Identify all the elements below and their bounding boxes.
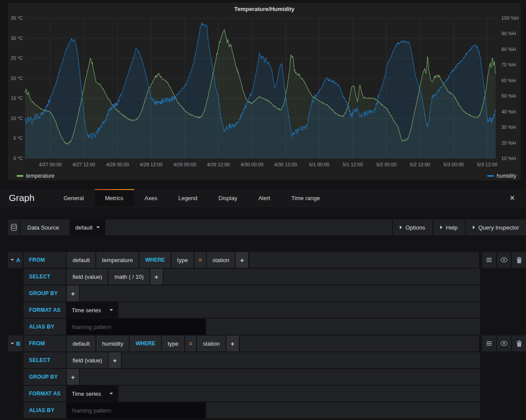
- svg-text:30 °C: 30 °C: [11, 36, 23, 41]
- query-block-b: B FROM default humidity WHERE type = sta…: [8, 336, 526, 418]
- format-as-label: FORMAT AS: [24, 386, 66, 402]
- from-measurement[interactable]: temperature: [96, 252, 139, 268]
- help-button[interactable]: Help: [433, 219, 465, 235]
- datasource-row-filler: [106, 219, 392, 235]
- tab-time-range[interactable]: Time range: [281, 189, 330, 207]
- timeseries-chart[interactable]: 0 °C5 °C10 °C15 °C20 °C25 °C30 °C35 °C10…: [8, 3, 521, 180]
- svg-text:20 %H: 20 %H: [501, 140, 516, 146]
- svg-text:50 %H: 50 %H: [501, 93, 516, 99]
- where-keyword[interactable]: WHERE: [139, 252, 171, 268]
- svg-text:4/27 12:00: 4/27 12:00: [73, 162, 95, 167]
- query-menu-button[interactable]: [482, 336, 496, 351]
- query-b-from-row: B FROM default humidity WHERE type = sta…: [8, 336, 526, 351]
- legend-item-humidity[interactable]: humidity: [487, 173, 516, 179]
- datasource-label: Data Source: [20, 219, 69, 235]
- tab-general[interactable]: General: [53, 189, 94, 207]
- query-block-a: A FROM default temperature WHERE type = …: [8, 252, 526, 335]
- row-filler: [206, 402, 480, 418]
- panel-type-title: Graph: [0, 189, 53, 207]
- query-a-collapse-toggle[interactable]: A: [8, 252, 23, 268]
- alias-input[interactable]: [67, 402, 205, 418]
- add-condition-button[interactable]: +: [236, 252, 248, 268]
- svg-text:70 %H: 70 %H: [501, 62, 516, 67]
- svg-text:4/30 12:00: 4/30 12:00: [274, 162, 297, 167]
- query-toggle-visibility-button[interactable]: [497, 336, 511, 351]
- svg-text:5/2 12:00: 5/2 12:00: [410, 162, 430, 167]
- options-button[interactable]: Options: [393, 219, 432, 235]
- svg-text:5/1 12:00: 5/1 12:00: [343, 162, 363, 167]
- query-ref-letter: A: [16, 257, 20, 263]
- query-b-alias-row: ALIAS BY: [8, 402, 526, 418]
- query-delete-button[interactable]: [512, 252, 526, 268]
- select-field[interactable]: field (value): [67, 269, 108, 285]
- row-filler: [80, 369, 480, 385]
- tab-metrics[interactable]: Metrics: [95, 189, 134, 207]
- format-as-select[interactable]: Time series: [67, 302, 118, 318]
- format-as-select[interactable]: Time series: [67, 386, 118, 402]
- format-as-label: FORMAT AS: [24, 302, 66, 318]
- where-tag-key[interactable]: type: [162, 336, 184, 351]
- chevron-down-icon: [96, 226, 100, 228]
- chevron-down-icon: [110, 393, 113, 394]
- datasource-select[interactable]: default: [70, 219, 105, 235]
- alias-input[interactable]: [67, 319, 205, 335]
- add-group-by-button[interactable]: +: [67, 285, 79, 301]
- close-icon[interactable]: ×: [510, 194, 515, 202]
- query-b-select-row: SELECT field (value) +: [8, 352, 526, 368]
- tab-axes[interactable]: Axes: [134, 189, 168, 207]
- query-a-groupby-row: GROUP BY +: [8, 285, 526, 301]
- datasource-value: default: [75, 224, 92, 231]
- svg-text:5/3 12:00: 5/3 12:00: [477, 162, 497, 167]
- legend-label: humidity: [497, 173, 516, 179]
- svg-text:35 °C: 35 °C: [11, 15, 23, 21]
- chevron-down-icon: [11, 259, 14, 261]
- query-delete-button[interactable]: [512, 336, 526, 351]
- tab-display[interactable]: Display: [208, 189, 248, 207]
- panel-title[interactable]: Temperature/Humidity: [8, 6, 521, 12]
- where-tag-key[interactable]: type: [172, 252, 194, 268]
- from-measurement-policy[interactable]: default: [67, 336, 95, 351]
- where-keyword[interactable]: WHERE: [130, 336, 161, 351]
- legend-item-temperature[interactable]: temperature: [17, 173, 55, 179]
- svg-text:90 %H: 90 %H: [501, 31, 516, 36]
- svg-text:4/29 12:00: 4/29 12:00: [207, 162, 230, 167]
- where-tag-value[interactable]: station: [207, 252, 235, 268]
- svg-text:5/1 00:00: 5/1 00:00: [309, 162, 329, 167]
- from-measurement[interactable]: humidity: [96, 336, 129, 351]
- where-operator[interactable]: =: [194, 252, 206, 268]
- add-group-by-button[interactable]: +: [67, 369, 79, 385]
- add-select-part-button[interactable]: +: [150, 269, 163, 285]
- from-label: FROM: [24, 336, 66, 351]
- select-math[interactable]: math ( / 10): [109, 269, 149, 285]
- where-tag-value[interactable]: station: [197, 336, 225, 351]
- select-field[interactable]: field (value): [67, 352, 108, 368]
- add-condition-button[interactable]: +: [226, 336, 239, 351]
- query-inspector-button[interactable]: Query Inspector: [466, 219, 526, 235]
- query-toggle-visibility-button[interactable]: [497, 252, 511, 268]
- query-ref-letter: B: [16, 340, 20, 347]
- where-operator[interactable]: =: [185, 336, 197, 351]
- metrics-editor: Data Source default Options Help Query I…: [8, 219, 526, 419]
- svg-text:25 °C: 25 °C: [11, 55, 23, 61]
- query-b-collapse-toggle[interactable]: B: [8, 336, 23, 351]
- svg-text:100 %H: 100 %H: [501, 15, 519, 21]
- options-label: Options: [405, 224, 425, 231]
- query-menu-button[interactable]: [482, 252, 496, 268]
- chevron-right-icon: [400, 226, 402, 229]
- panel-editor-tabbar: Graph General Metrics Axes Legend Displa…: [0, 189, 526, 207]
- group-by-label: GROUP BY: [24, 285, 66, 301]
- select-label: SELECT: [24, 352, 66, 368]
- svg-text:15 °C: 15 °C: [11, 95, 23, 101]
- svg-text:30 %H: 30 %H: [501, 124, 516, 130]
- chevron-right-icon: [440, 226, 442, 229]
- add-select-part-button[interactable]: +: [109, 352, 121, 368]
- row-filler: [240, 336, 479, 351]
- group-by-label: GROUP BY: [24, 369, 66, 385]
- query-a-alias-row: ALIAS BY: [8, 319, 526, 335]
- svg-text:60 %H: 60 %H: [501, 78, 516, 83]
- from-measurement-policy[interactable]: default: [67, 252, 95, 268]
- tab-alert[interactable]: Alert: [248, 189, 281, 207]
- tab-legend[interactable]: Legend: [168, 189, 208, 207]
- database-icon: [8, 219, 19, 235]
- svg-text:0 °C: 0 °C: [13, 156, 23, 161]
